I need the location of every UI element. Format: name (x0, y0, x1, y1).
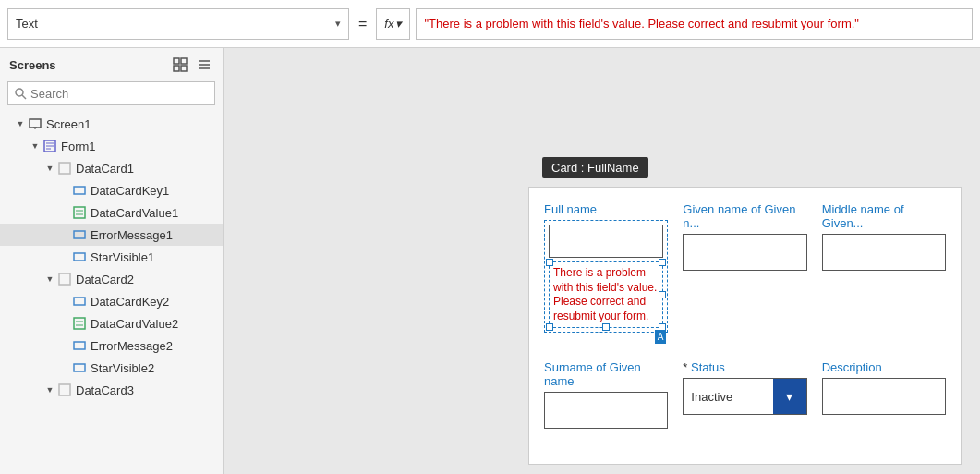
svg-rect-0 (174, 58, 179, 64)
error-message-text: There is a problem with this field's val… (549, 261, 663, 328)
tree-item-starvisible1[interactable]: StarVisible1 (0, 246, 223, 268)
svg-rect-24 (74, 298, 85, 305)
given-name-field-group: Given name of Given n... (683, 202, 806, 333)
tree-label-datacardvalue1: DataCardValue1 (91, 206, 178, 220)
svg-rect-23 (59, 273, 70, 285)
search-input[interactable] (30, 87, 209, 101)
description-field-group: Description (822, 360, 946, 429)
tree-label-datacardkey2: DataCardKey2 (91, 295, 169, 309)
tree-item-datacard3[interactable]: ▼ DataCard3 (0, 379, 223, 401)
chevron-placeholder (59, 340, 70, 351)
tree-item-starvisible2[interactable]: StarVisible2 (0, 357, 223, 379)
chevron-placeholder (59, 185, 70, 196)
tree-item-datacard1[interactable]: ▼ DataCard1 (0, 157, 223, 179)
tree-item-datacardkey1[interactable]: DataCardKey1 (0, 179, 223, 201)
sidebar-header-icons (171, 55, 213, 74)
node-icon-datacardvalue2 (72, 316, 87, 331)
formula-value: "There is a problem with this field's va… (424, 17, 859, 30)
chevron-placeholder (59, 229, 70, 240)
property-selector[interactable]: Text ▾ (7, 8, 349, 40)
tree-label-starvisible2: StarVisible2 (91, 361, 154, 375)
chevron-icon: ▼ (30, 140, 41, 152)
tree-label-form1: Form1 (61, 140, 96, 153)
main-layout: Screens (0, 48, 980, 474)
tree-item-errormessage2[interactable]: ErrorMessage2 (0, 334, 223, 357)
tree-label-datacard1: DataCard1 (76, 162, 134, 176)
node-icon-datacard3 (57, 383, 72, 397)
chevron-icon: ▼ (44, 163, 55, 174)
equals-symbol: = (355, 16, 370, 32)
list-view-button[interactable] (195, 55, 213, 74)
node-icon-starvisible2 (72, 360, 87, 375)
tree-item-datacardkey2[interactable]: DataCardKey2 (0, 290, 223, 312)
middle-name-label: Middle name of Given... (822, 202, 946, 230)
chevron-icon: ▼ (44, 273, 55, 285)
node-icon-form1 (42, 139, 57, 153)
tree-label-datacardkey1: DataCardKey1 (91, 184, 169, 198)
fullname-input[interactable] (549, 225, 663, 258)
resize-label: A (655, 330, 667, 344)
search-icon (14, 87, 27, 100)
description-input[interactable] (822, 378, 946, 415)
fx-arrow: ▾ (395, 17, 402, 30)
status-label: * Status (683, 360, 806, 374)
fx-label: fx (384, 17, 393, 30)
tree-label-screen1: Screen1 (46, 117, 91, 131)
description-label: Description (822, 360, 946, 374)
given-name-input[interactable] (683, 234, 806, 271)
grid-icon (173, 57, 188, 72)
tree-label-errormessage2: ErrorMessage2 (91, 339, 173, 353)
svg-rect-3 (181, 66, 187, 71)
svg-rect-2 (174, 66, 179, 71)
handle-mr (659, 291, 666, 298)
search-box[interactable] (7, 81, 215, 105)
chevron-placeholder (59, 318, 70, 329)
tree-item-datacardvalue2[interactable]: DataCardValue2 (0, 312, 223, 334)
chevron-placeholder (59, 207, 70, 218)
tree-item-datacard2[interactable]: ▼ DataCard2 (0, 268, 223, 290)
svg-rect-25 (74, 318, 85, 329)
chevron-icon: ▼ (15, 118, 26, 129)
middle-name-input[interactable] (822, 234, 946, 271)
svg-rect-29 (74, 364, 85, 371)
handle-tr (659, 259, 666, 266)
tree-item-datacardvalue1[interactable]: DataCardValue1 (0, 201, 223, 224)
grid-view-button[interactable] (171, 55, 189, 74)
property-select-value: Text (16, 17, 335, 30)
svg-rect-28 (74, 342, 85, 349)
surname-field-group: Surname of Given name (544, 360, 668, 429)
svg-rect-21 (74, 231, 85, 238)
node-icon-datacard1 (57, 161, 72, 176)
node-icon-errormessage2 (72, 338, 87, 353)
surname-input[interactable] (544, 392, 668, 429)
tree-panel: ▼ Screen1▼ Form1▼ DataCard1 DataCardKey1… (0, 111, 223, 474)
formula-bar[interactable]: "There is a problem with this field's va… (416, 8, 973, 40)
tree-item-screen1[interactable]: ▼ Screen1 (0, 113, 223, 135)
node-icon-errormessage1 (72, 227, 87, 242)
fullname-label: Full name (544, 202, 668, 216)
node-icon-datacard2 (57, 272, 72, 286)
svg-rect-30 (59, 384, 70, 395)
tree-item-errormessage1[interactable]: ErrorMessage1 (0, 224, 223, 246)
status-dropdown[interactable]: Inactive ▾ (683, 378, 806, 415)
svg-rect-16 (59, 163, 70, 174)
given-name-label: Given name of Given n... (683, 202, 806, 230)
status-field-group: * Status Inactive ▾ (683, 360, 806, 429)
surname-label: Surname of Given name (544, 360, 668, 388)
chevron-placeholder (59, 251, 70, 262)
tree-label-datacard3: DataCard3 (76, 383, 134, 397)
tree-label-datacard2: DataCard2 (76, 273, 134, 286)
tree-item-form1[interactable]: ▼ Form1 (0, 135, 223, 157)
status-value: Inactive (684, 390, 772, 404)
node-icon-datacardkey2 (72, 294, 87, 309)
chevron-placeholder (59, 362, 70, 373)
tree-label-starvisible1: StarVisible1 (91, 250, 154, 264)
status-dropdown-arrow[interactable]: ▾ (773, 378, 806, 415)
handle-bc (602, 323, 610, 331)
svg-rect-9 (30, 119, 41, 128)
svg-rect-22 (74, 253, 85, 261)
fx-button[interactable]: fx ▾ (376, 8, 410, 40)
canvas[interactable]: Card : FullName Full name There is a pro… (224, 48, 980, 474)
fullname-field-group: Full name There is a problem with this f… (544, 202, 668, 333)
card-tooltip: Card : FullName (542, 157, 648, 178)
